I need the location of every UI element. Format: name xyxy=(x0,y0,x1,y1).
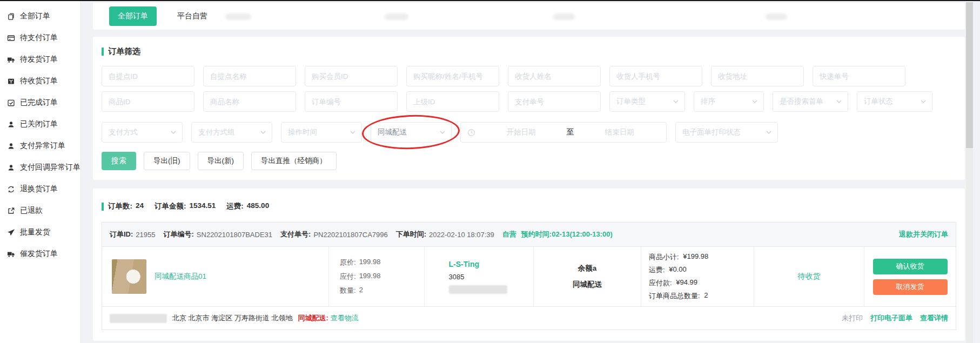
view-logistics-link[interactable]: 查看物流 xyxy=(331,313,359,323)
sort-select[interactable]: 排序 xyxy=(694,91,764,112)
export-direct-button[interactable]: 导出直推（经销商） xyxy=(251,152,337,170)
operate-time-select[interactable]: 操作时间 xyxy=(281,122,362,143)
order-freight-label: 运费: xyxy=(649,265,665,275)
refund-and-close-link[interactable]: 退款并关闭订单 xyxy=(899,230,948,239)
green-bar xyxy=(102,48,104,56)
sidebar-item-return-exchange[interactable]: 退换货订单 xyxy=(0,178,80,200)
confirm-receipt-button[interactable]: 确认收货 xyxy=(873,259,948,274)
scrollbar[interactable] xyxy=(966,2,973,343)
pay-sn-value: PN2202101807CA7996 xyxy=(313,231,387,239)
reserve-time-tag: 预约时间:02-13(12:00-13:00) xyxy=(521,230,613,239)
print-einvoice-link[interactable]: 打印电子面单 xyxy=(870,313,912,323)
chevron-down-icon xyxy=(920,99,927,104)
delivery-type-value: 同城配送 xyxy=(573,280,602,290)
filter-row-1 xyxy=(102,66,956,86)
order-amount-value: 1534.51 xyxy=(190,201,216,211)
sidebar-item-payment-abnormal[interactable]: 支付异常订单 xyxy=(0,135,80,157)
pay-method-group-select[interactable]: 支付方式组 xyxy=(191,122,272,143)
refresh-icon xyxy=(7,185,15,193)
sidebar-item-batch-shipment[interactable]: 批量发货 xyxy=(0,221,80,243)
pickup-point-id-input[interactable] xyxy=(102,66,194,86)
date-range-separator: 至 xyxy=(567,127,574,137)
export-new-button[interactable]: 导出(新) xyxy=(198,152,244,170)
order-sn-input[interactable] xyxy=(305,91,398,112)
credit-card-icon xyxy=(7,34,15,42)
sidebar-item-closed[interactable]: 已关闭订单 xyxy=(0,113,80,135)
delivery-type-select[interactable]: 同城配送 xyxy=(371,122,452,143)
filter-row-2: 订单类型 排序 是否搜索首单 订单状态 xyxy=(102,91,956,112)
buyer-member-id-input[interactable] xyxy=(305,66,398,86)
order-card: 订单ID:21955 订单编号:SN2202101807BADE31 支付单号:… xyxy=(102,222,956,330)
consignee-phone-input[interactable] xyxy=(609,66,702,86)
sidebar-item-pending-shipment[interactable]: 待发货订单 xyxy=(0,49,80,70)
sidebar-item-label: 全部订单 xyxy=(20,11,50,21)
truck-icon xyxy=(7,56,15,64)
order-id-label: 订单ID: xyxy=(110,230,133,239)
orders-summary: 订单数:24 订单金额:1534.51 运费:485.00 xyxy=(102,201,956,211)
order-freight-value: ¥0.00 xyxy=(669,265,687,275)
order-status-select[interactable]: 订单状态 xyxy=(857,91,932,112)
qty-value: 2 xyxy=(359,286,363,295)
select-value: 订单状态 xyxy=(864,97,893,106)
cancel-shipment-button[interactable]: 取消发货 xyxy=(873,279,948,295)
tab-all-orders[interactable]: 全部订单 xyxy=(109,6,157,26)
select-value: 电子面单打印状态 xyxy=(682,127,741,137)
orig-price-label: 原价: xyxy=(340,258,356,267)
select-value: 支付方式 xyxy=(109,127,138,137)
einvoice-print-status-select[interactable]: 电子面单打印状态 xyxy=(675,122,778,143)
buyer-nickname-input[interactable] xyxy=(406,66,499,86)
goods-name-input[interactable] xyxy=(203,91,296,112)
delivery-type-label: 同城配送: xyxy=(298,313,328,323)
pay-sn-input[interactable] xyxy=(508,91,601,112)
search-button[interactable]: 搜索 xyxy=(102,152,136,170)
sidebar: 全部订单 待支付订单 待发货订单 待收货订单 已完成订单 已关闭订单 支付异常订… xyxy=(0,1,81,343)
user-icon xyxy=(7,120,15,129)
date-range-picker[interactable]: 开始日期 至 结束日期 xyxy=(460,122,667,143)
pay-method-select[interactable]: 支付方式 xyxy=(102,122,183,143)
product-column: 同城配送商品01 xyxy=(102,247,329,306)
order-sn-label: 订单编号: xyxy=(164,230,194,239)
consignee-name-input[interactable] xyxy=(508,66,601,86)
filter-buttons-row: 搜索 导出(旧) 导出(新) 导出直推（经销商） xyxy=(102,152,956,170)
parent-id-input[interactable] xyxy=(406,91,499,112)
pickup-point-name-input[interactable] xyxy=(203,66,296,86)
filter-title-text: 订单筛选 xyxy=(108,46,140,57)
price-column: 原价:199.98 应付:199.98 数量:2 xyxy=(329,247,425,306)
view-detail-link[interactable]: 查看详情 xyxy=(920,313,948,323)
sidebar-item-all-orders[interactable]: 全部订单 xyxy=(0,5,80,27)
sidebar-item-refunded[interactable]: 已退款 xyxy=(0,200,80,221)
totals-column: 商品小计: ¥199.98 运费: ¥0.00 应付款: ¥94.99 订单商品… xyxy=(641,247,754,306)
select-value: 订单类型 xyxy=(616,97,646,106)
sidebar-item-label: 待支付订单 xyxy=(20,33,58,43)
tracking-number-input[interactable] xyxy=(813,66,905,86)
total-qty-label: 订单商品总数量: xyxy=(649,291,700,301)
chevron-down-icon xyxy=(170,130,177,134)
sidebar-item-pending-payment[interactable]: 待支付订单 xyxy=(0,27,80,49)
buyer-name-link[interactable]: L-S-Ting xyxy=(449,260,509,268)
order-type-select[interactable]: 订单类型 xyxy=(609,91,685,112)
check-square-icon xyxy=(7,99,15,107)
sidebar-item-pending-receipt[interactable]: 待收货订单 xyxy=(0,70,80,92)
goods-id-input[interactable] xyxy=(102,91,194,112)
export-old-button[interactable]: 导出(旧) xyxy=(144,152,190,170)
payable-label: 应付款: xyxy=(649,278,672,288)
order-footer: 北京 北京市 海淀区 万寿路街道 北领地 同城配送: 查看物流 未打印 打印电子… xyxy=(102,306,956,329)
sidebar-item-payment-callback-abnormal[interactable]: 支付回调异常订单 xyxy=(0,157,80,178)
redacted-area xyxy=(225,14,251,20)
print-state-text: 未打印 xyxy=(842,313,863,323)
product-name-link[interactable]: 同城配送商品01 xyxy=(155,272,206,281)
sidebar-item-completed[interactable]: 已完成订单 xyxy=(0,92,80,113)
tab-platform-self[interactable]: 平台自营 xyxy=(177,11,207,21)
paper-plane-icon xyxy=(7,228,15,237)
external-link-icon xyxy=(7,207,15,215)
first-order-select[interactable]: 是否搜索首单 xyxy=(773,91,848,112)
subtotal-label: 商品小计: xyxy=(649,252,679,262)
start-date-placeholder: 开始日期 xyxy=(481,127,561,137)
delivery-address-input[interactable] xyxy=(711,66,804,86)
sidebar-item-label: 催发货订单 xyxy=(20,249,58,259)
sidebar-item-label: 批量发货 xyxy=(20,227,50,237)
sidebar-item-urge-shipment[interactable]: 催发货订单 xyxy=(0,243,80,265)
pay-delivery-column: 余额a 同城配送 xyxy=(534,247,641,306)
scrollbar-thumb[interactable] xyxy=(966,2,973,148)
copy-icon xyxy=(7,12,15,21)
